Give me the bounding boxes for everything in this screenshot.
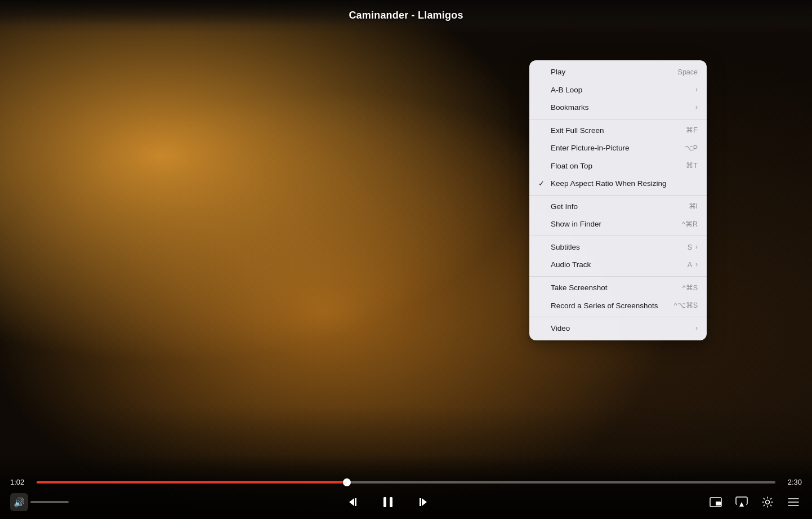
svg-rect-5: [420, 498, 421, 506]
menu-item-audio-track-label: Audio Track: [551, 260, 591, 270]
menu-item-video-label: Video: [551, 323, 570, 334]
menu-item-bookmarks-label: Bookmarks: [551, 103, 589, 113]
menu-bookmarks-arrow: ›: [695, 103, 698, 112]
menu-item-show-finder-label: Show in Finder: [551, 219, 601, 229]
playback-controls: [69, 492, 707, 512]
menu-pip-shortcut: ⌥P: [685, 144, 698, 153]
menu-item-get-info-label: Get Info: [551, 202, 578, 212]
menu-item-show-finder[interactable]: Show in Finder ^⌘R: [529, 215, 707, 233]
keep-aspect-checkmark: ✓: [538, 179, 546, 189]
menu-item-float-top[interactable]: Float on Top ⌘T: [529, 157, 707, 175]
volume-icon: 🔊: [14, 497, 25, 508]
menu-video-arrow: ›: [695, 324, 698, 333]
video-title: Caminander - Llamigos: [349, 4, 463, 21]
time-current: 1:02: [10, 478, 30, 486]
menu-audio-track-shortcut: A: [688, 260, 692, 269]
progress-filled: [37, 481, 347, 483]
menu-item-audio-track[interactable]: Audio Track A ›: [529, 256, 707, 274]
title-bar: Caminander - Llamigos: [0, 0, 812, 25]
separator-1: [529, 119, 707, 119]
svg-marker-8: [739, 502, 744, 507]
time-total: 2:30: [782, 478, 802, 486]
menu-item-ab-loop[interactable]: A-B Loop ›: [529, 81, 707, 99]
menu-item-keep-aspect-label: Keep Aspect Ratio When Resizing: [551, 179, 667, 189]
progress-row: 1:02 2:30: [0, 478, 812, 486]
progress-thumb[interactable]: [343, 478, 351, 486]
menu-item-take-screenshot-label: Take Screenshot: [551, 283, 608, 293]
airplay-icon: [735, 496, 748, 508]
pause-button[interactable]: [378, 492, 398, 512]
settings-button[interactable]: [759, 494, 776, 511]
menu-item-play[interactable]: Play Space: [529, 63, 707, 81]
progress-bar[interactable]: [37, 481, 775, 483]
menu-float-top-shortcut: ⌘T: [686, 161, 698, 170]
menu-item-exit-fullscreen[interactable]: Exit Full Screen ⌘F: [529, 122, 707, 140]
pip-button[interactable]: [707, 494, 724, 511]
skip-forward-icon: [416, 496, 428, 508]
separator-3: [529, 236, 707, 236]
menu-get-info-shortcut: ⌘I: [689, 202, 698, 211]
menu-item-play-label: Play: [551, 67, 565, 77]
menu-item-take-screenshot[interactable]: Take Screenshot ^⌘S: [529, 279, 707, 297]
pip-icon: [710, 497, 722, 507]
svg-rect-2: [383, 497, 386, 507]
menu-record-screenshots-shortcut: ^⌥⌘S: [674, 301, 698, 310]
controls-area: 1:02 2:30 🔊: [0, 454, 812, 519]
volume-section: 🔊: [10, 493, 69, 511]
menu-item-keep-aspect[interactable]: ✓ Keep Aspect Ratio When Resizing: [529, 175, 707, 193]
svg-rect-1: [355, 498, 356, 506]
skip-back-button[interactable]: [344, 492, 364, 512]
player-container: Caminander - Llamigos 1:02 2:30 🔊: [0, 0, 812, 519]
menu-take-screenshot-shortcut: ^⌘S: [682, 283, 698, 292]
menu-subtitles-arrow: ›: [695, 243, 698, 252]
menu-item-bookmarks[interactable]: Bookmarks ›: [529, 99, 707, 117]
gear-icon: [761, 496, 774, 508]
buttons-row: 🔊: [0, 492, 812, 512]
menu-item-pip[interactable]: Enter Picture-in-Picture ⌥P: [529, 139, 707, 157]
menu-item-get-info[interactable]: Get Info ⌘I: [529, 198, 707, 216]
svg-marker-4: [422, 498, 427, 506]
menu-ab-loop-arrow: ›: [695, 86, 698, 95]
svg-marker-0: [349, 498, 354, 506]
menu-item-record-screenshots-label: Record a Series of Screenshots: [551, 301, 658, 311]
context-menu: Play Space A-B Loop › Bookmarks ›: [529, 60, 707, 340]
airplay-button[interactable]: [733, 494, 750, 511]
separator-2: [529, 195, 707, 196]
menu-item-video[interactable]: Video ›: [529, 320, 707, 338]
svg-rect-3: [390, 497, 392, 507]
menu-subtitles-shortcut: S: [688, 243, 692, 252]
list-icon: [787, 497, 800, 507]
right-controls: [707, 494, 802, 511]
volume-slider[interactable]: [30, 501, 69, 503]
separator-4: [529, 276, 707, 277]
menu-item-exit-fullscreen-label: Exit Full Screen: [551, 126, 604, 136]
svg-rect-7: [716, 502, 721, 505]
skip-forward-button[interactable]: [412, 492, 432, 512]
menu-item-ab-loop-label: A-B Loop: [551, 85, 582, 95]
pause-icon: [381, 495, 395, 509]
menu-item-record-screenshots[interactable]: Record a Series of Screenshots ^⌥⌘S: [529, 297, 707, 315]
playlist-button[interactable]: [785, 494, 802, 511]
menu-show-finder-shortcut: ^⌘R: [682, 220, 698, 229]
menu-item-subtitles-label: Subtitles: [551, 242, 580, 252]
volume-button[interactable]: 🔊: [10, 493, 28, 511]
separator-5: [529, 317, 707, 317]
svg-point-9: [766, 500, 770, 504]
menu-item-subtitles[interactable]: Subtitles S ›: [529, 238, 707, 256]
menu-exit-fs-shortcut: ⌘F: [686, 126, 698, 135]
menu-play-shortcut: Space: [678, 68, 698, 77]
menu-audio-track-arrow: ›: [695, 260, 698, 269]
menu-item-float-top-label: Float on Top: [551, 161, 592, 171]
menu-item-pip-label: Enter Picture-in-Picture: [551, 143, 630, 153]
skip-back-icon: [348, 496, 360, 508]
